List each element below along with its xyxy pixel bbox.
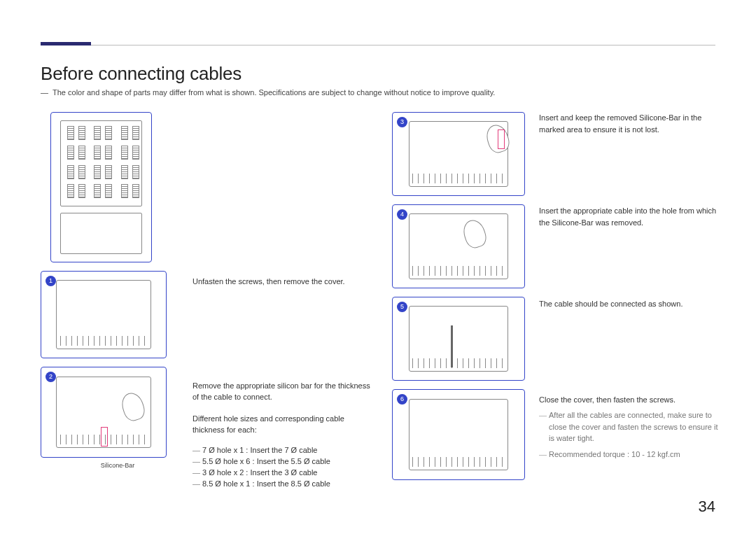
sublist-item-3: 3 Ø hole x 2 : Insert the 3 Ø cable — [202, 468, 374, 477]
step-badge-1: 1 — [46, 276, 56, 286]
step-2-text-a: Remove the appropriate silicon bar for t… — [192, 380, 374, 403]
column-figures-left: 1 2 Silicone-Bar — [41, 112, 195, 477]
figure-step-2: 2 — [41, 367, 167, 458]
figure-step-5: 5 — [392, 297, 525, 381]
page-title: Before connecting cables — [41, 63, 241, 85]
cable-icon — [451, 325, 453, 367]
figure-overview-bottom — [60, 213, 142, 255]
step-6-text: Close the cover, then fasten the screws.… — [539, 394, 721, 461]
step-6-note-2: Recommended torque : 10 - 12 kgf.cm — [549, 449, 721, 461]
step-4-text: Insert the appropriate cable into the ho… — [539, 205, 721, 228]
step-6-main: Close the cover, then fasten the screws. — [539, 394, 721, 406]
step-2-text-b: Different hole sizes and corresponding c… — [192, 413, 374, 436]
figure-3-highlight — [498, 129, 505, 149]
sublist-item-4: 8.5 Ø hole x 1 : Insert the 8.5 Ø cable — [202, 479, 374, 488]
intro-note: ―The color and shape of parts may differ… — [41, 88, 495, 97]
figure-2-caption: Silicone-Bar — [41, 462, 195, 469]
figure-2-highlight — [101, 427, 108, 447]
step-2-sublist: 7 Ø hole x 1 : Insert the 7 Ø cable 5.5 … — [192, 446, 374, 488]
step-1-text: Unfasten the screws, then remove the cov… — [192, 276, 374, 288]
step-badge-3: 3 — [397, 117, 407, 127]
column-text-left: Unfasten the screws, then remove the cov… — [192, 276, 374, 491]
step-3-text: Insert and keep the removed Silicone-Bar… — [539, 112, 721, 135]
step-badge-4: 4 — [397, 209, 407, 220]
page-number: 34 — [699, 498, 715, 516]
sublist-item-1: 7 Ø hole x 1 : Insert the 7 Ø cable — [202, 446, 374, 454]
step-6-note-1: After all the cables are connected, make… — [549, 409, 721, 444]
figure-step-4: 4 — [392, 204, 525, 288]
step-badge-2: 2 — [46, 372, 56, 382]
figure-4-slots — [412, 266, 505, 276]
intro-text: The color and shape of parts may differ … — [52, 88, 495, 97]
step-badge-5: 5 — [397, 302, 407, 312]
figure-step-3: 3 — [392, 112, 525, 196]
column-text-right: Insert and keep the removed Silicone-Bar… — [539, 112, 721, 479]
step-5-text: The cable should be connected as shown. — [539, 298, 721, 310]
header-rule — [41, 45, 715, 45]
figure-3-slots — [412, 174, 505, 183]
figure-step-1: 1 — [41, 271, 167, 358]
column-figures-right: 3 4 5 6 — [392, 112, 532, 489]
figure-step-6: 6 — [392, 389, 525, 480]
figure-6-slots — [412, 457, 505, 467]
header-accent — [41, 42, 91, 45]
figure-1-slots — [60, 336, 148, 346]
figure-overview — [50, 112, 152, 262]
figure-5-slots — [412, 358, 505, 368]
dash-icon: ― — [41, 88, 48, 97]
sublist-item-2: 5.5 Ø hole x 6 : Insert the 5.5 Ø cable — [202, 457, 374, 465]
step-badge-6: 6 — [397, 394, 407, 405]
